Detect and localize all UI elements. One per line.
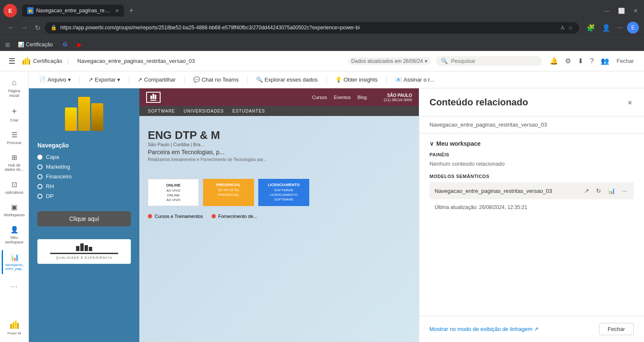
arquivo-button[interactable]: 📄 Arquivo ▾ [36, 75, 74, 85]
more-options-button[interactable]: ··· [615, 22, 625, 33]
sidebar-item-create[interactable]: + Criar [2, 103, 27, 126]
help-icon-button[interactable]: ? [588, 55, 596, 68]
youtube-bookmark[interactable]: ▶ [75, 40, 85, 49]
sidebar-item-my-workspace[interactable]: 👤 Meuworkspace [2, 222, 27, 248]
download-icon-button[interactable]: ⬇ [575, 54, 586, 68]
pbi-search-box[interactable]: 🔍 [436, 56, 542, 66]
nav-item-financeiro[interactable]: Financeiro [37, 173, 131, 180]
ens-students-nav[interactable]: ESTUDANTES [232, 109, 265, 113]
back-button[interactable]: ← [5, 22, 17, 33]
modelos-label: MODELOS SEMÂNTICOS [429, 174, 634, 179]
no-paineis-content: Nenhum conteúdo relacionado [429, 161, 634, 167]
powerbi-bookmark-icon: 📊 [18, 42, 24, 48]
ens-banner-tagline: Parceira em Tecnologias, p... [148, 149, 410, 155]
gear-icon-button[interactable]: ⚙ [562, 54, 573, 68]
fechar-topbar-button[interactable]: Fechar [613, 56, 637, 66]
nav-item-capa[interactable]: Capa [37, 154, 131, 160]
apps-icon[interactable]: ⊞ [5, 41, 10, 48]
radio-capa[interactable] [37, 155, 42, 160]
forward-button[interactable]: → [19, 22, 31, 33]
radio-dp[interactable] [37, 194, 42, 199]
ens-nav-eventos[interactable]: Eventos [334, 95, 351, 100]
report-chart-logo [61, 97, 107, 135]
sidebar-item-hub[interactable]: ⊞ Hub dedados do... [2, 150, 27, 176]
browser-tab-active[interactable]: Navegacao_entre_paginas_restri... × [22, 5, 124, 17]
pbi-date-badge[interactable]: Dados atualizados em 26/08/24 ▾ [348, 57, 431, 65]
radio-financeiro[interactable] [37, 174, 42, 179]
profile-icon-button[interactable]: 👤 [599, 22, 613, 34]
sidebar-home-label: PáginaInicial [8, 89, 20, 98]
nav-item-marketing[interactable]: Marketing [37, 164, 131, 170]
explorar-button[interactable]: 🔍 Explorar esses dados [253, 75, 321, 85]
sidebar-item-browse[interactable]: ☰ Procurar [2, 127, 27, 148]
sidebar-item-workspaces[interactable]: ▣ Workspaces [2, 200, 27, 220]
side-panel-close-button[interactable]: × [626, 97, 634, 109]
fechar-panel-button[interactable]: Fechar [599, 323, 634, 335]
sidebar-more-button[interactable]: ··· [2, 280, 27, 294]
footer-cursos-label: Cursos e Treinamentos [155, 214, 203, 219]
insights-label: Obter insights [344, 76, 378, 83]
nav-item-rh[interactable]: RH [37, 183, 131, 189]
ens-qualidade-label: QUALIDADE E EXPERIÊNCIA [42, 256, 127, 260]
edge-profile-avatar[interactable]: E [627, 22, 639, 34]
extensions-button[interactable]: 🧩 [584, 22, 598, 34]
ens-universities-nav[interactable]: UNIVERSIDADES [184, 109, 224, 113]
ens-nav-blog[interactable]: Blog [357, 95, 367, 100]
model-refresh-button[interactable]: ↻ [594, 187, 603, 195]
ens-software-nav[interactable]: SOFTWARE [148, 109, 175, 113]
ens-nav-cursos[interactable]: Cursos [312, 95, 327, 100]
exportar-button[interactable]: ↗ Exportar ▾ [85, 75, 124, 85]
model-more-button[interactable]: ··· [620, 187, 629, 195]
tab-close-button[interactable]: × [116, 7, 119, 14]
ens-logo-bar2 [80, 243, 84, 251]
powerbi-bookmark[interactable]: 📊 Certificação [15, 41, 55, 48]
radio-rh[interactable] [37, 184, 42, 189]
sidebar-create-label: Criar [10, 118, 19, 122]
sidebar-item-report[interactable]: 📊 Navegacao_entre_pagi... [2, 250, 27, 274]
subscribe-icon: 📧 [395, 76, 402, 83]
close-window-button[interactable]: ✕ [631, 6, 641, 16]
sidebar-item-home[interactable]: ⌂ PáginaInicial [2, 75, 27, 102]
insights-button[interactable]: 💡 Obter insights [332, 75, 381, 85]
pbi-search-input[interactable] [451, 58, 537, 64]
show-line-view-link[interactable]: Mostrar no modo de exibição de linhagem … [429, 326, 539, 332]
svg-rect-6 [29, 59, 30, 65]
new-tab-button[interactable]: + [126, 5, 137, 17]
hamburger-menu-icon[interactable]: ☰ [7, 55, 17, 68]
navigation-section: Navegação Capa Marketing F [37, 142, 131, 203]
bell-icon-button[interactable]: 🔔 [547, 54, 561, 68]
ens-logo-bar1 [76, 246, 79, 251]
model-analyze-button[interactable]: 📊 [606, 187, 617, 195]
nav-title: Navegação [37, 142, 131, 149]
star-icon[interactable]: ☆ [568, 25, 573, 31]
nav-item-dp[interactable]: DP [37, 193, 131, 199]
ens-header-nav: Cursos Eventos Blog [312, 95, 367, 100]
chat-teams-button[interactable]: 💬 Chat no Teams [190, 75, 242, 85]
refresh-button[interactable]: ↻ [32, 22, 43, 34]
compartilhar-button[interactable]: ↗ Compartilhar [134, 75, 179, 85]
sidebar-item-apps[interactable]: ⊡ Aplicativos [2, 177, 27, 198]
svg-rect-0 [29, 10, 30, 12]
minimize-button[interactable]: — [602, 6, 612, 16]
radio-marketing[interactable] [37, 164, 42, 170]
file-icon: 📄 [39, 76, 46, 83]
address-bar[interactable]: 🔒 https://app.powerbi.com/groups/me/repo… [45, 22, 579, 34]
bar2 [78, 97, 90, 131]
arquivo-label: Arquivo [48, 76, 66, 83]
teams-icon: 💬 [193, 76, 200, 83]
google-bookmark[interactable]: G [60, 40, 70, 48]
clique-aqui-button[interactable]: Clique aqui [37, 211, 131, 226]
assinar-button[interactable]: 📧 Assinar o r... [392, 75, 438, 85]
hub-icon: ⊞ [11, 153, 17, 161]
ens-card-licenciamento: LICENCIAMENTO SOFTWARE LICENCIAMENTO SOF… [258, 179, 309, 206]
browser-profile-button[interactable]: E [3, 4, 17, 17]
maximize-button[interactable]: ⬜ [616, 6, 627, 16]
svg-rect-3 [23, 60, 24, 65]
workspace-toggle[interactable]: ∨ Meu workspace [429, 140, 634, 147]
powerbi-brand-icon [10, 320, 19, 330]
ens-logo-header [146, 92, 161, 103]
model-share-button[interactable]: ↗ [582, 187, 591, 195]
report-canvas: Navegação Capa Marketing F [29, 88, 419, 342]
side-panel-title: Conteúdo relacionado [429, 97, 528, 108]
share-icon-button[interactable]: 👥 [598, 54, 612, 68]
